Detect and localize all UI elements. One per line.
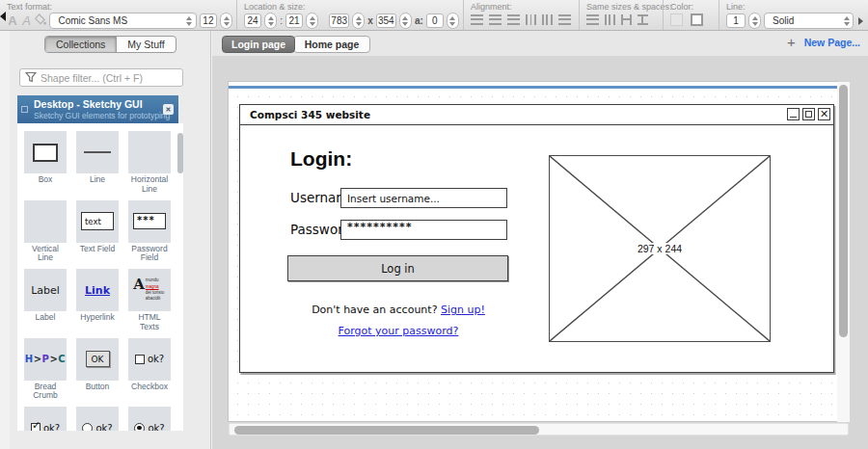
- font-size-stepper[interactable]: [220, 13, 232, 29]
- shape-line[interactable]: Line: [76, 131, 119, 195]
- collection-header[interactable]: Desktop - Sketchy GUI Sketchy GUI elemen…: [17, 95, 178, 123]
- collection-title: Desktop - Sketchy GUI: [34, 98, 143, 110]
- wireframe-signup-row[interactable]: Don't have an account? Sign up!: [279, 304, 518, 316]
- shape-radio-button[interactable]: ok? Radio button: [76, 407, 119, 431]
- size-separator: x: [367, 15, 373, 26]
- align-center-icon[interactable]: [489, 14, 502, 25]
- align-bottom-icon[interactable]: [558, 14, 571, 25]
- shape-filter-box[interactable]: [19, 68, 183, 87]
- tab-my-stuff[interactable]: My Stuff: [117, 37, 175, 52]
- shape-password-field[interactable]: *** Password Field: [128, 200, 171, 264]
- location-y-field[interactable]: 21: [285, 13, 303, 28]
- sidebar-scrollbar-thumb[interactable]: [177, 133, 183, 173]
- font-family-stepper-icon[interactable]: [183, 13, 196, 28]
- same-vspacing-icon[interactable]: [637, 14, 648, 25]
- shape-vertical-line[interactable]: Vertical Line: [24, 200, 67, 264]
- shape-box[interactable]: Box: [24, 131, 67, 195]
- line-width-stepper[interactable]: [748, 13, 761, 29]
- wireframe-username-field[interactable]: Insert username...: [340, 188, 507, 208]
- font-family-select[interactable]: Comic Sans MS: [49, 13, 196, 29]
- button-shape-icon: OK: [86, 351, 110, 367]
- same-height-icon[interactable]: [605, 14, 615, 25]
- sidebar-tabs: Collections My Stuff: [44, 36, 176, 53]
- signup-prompt-text: Don't have an account?: [312, 304, 437, 316]
- size-width-stepper[interactable]: [352, 13, 365, 29]
- line-style-select[interactable]: Solid: [764, 13, 854, 29]
- close-icon[interactable]: ✕: [818, 108, 830, 120]
- canvas-viewport[interactable]: Compsci 345 website ✕ Login: Username: I…: [212, 56, 868, 449]
- shape-checked-checkbox[interactable]: ok? Checked: [24, 407, 67, 431]
- text-format-label: Text format:: [0, 2, 236, 12]
- font-size-field[interactable]: 12: [200, 13, 217, 28]
- collection-close-icon[interactable]: ✕: [163, 104, 174, 115]
- fill-format-icon[interactable]: [35, 13, 46, 29]
- align-middle-icon[interactable]: [542, 14, 553, 25]
- tab-home-page[interactable]: Home page: [293, 36, 370, 53]
- tab-login-page[interactable]: Login page: [222, 36, 295, 53]
- angle-stepper[interactable]: [447, 13, 459, 29]
- fill-color-swatch[interactable]: [670, 13, 683, 26]
- same-width-icon[interactable]: [586, 14, 599, 25]
- checkbox-shape-icon: ok?: [135, 354, 164, 364]
- wireframe-image-placeholder[interactable]: 297 x 244: [549, 155, 771, 342]
- vertical-scrollbar-thumb[interactable]: [839, 85, 848, 337]
- shape-bread-crumb[interactable]: H>P>C Bread Crumb: [24, 338, 67, 402]
- wireframe-login-button[interactable]: Log in: [287, 255, 508, 281]
- toolbar-overflow-arrow-icon[interactable]: [858, 17, 863, 25]
- selected-radio-icon: ok?: [134, 423, 164, 431]
- forgot-password-link[interactable]: Forgot your password?: [339, 325, 459, 337]
- coord-separator: :: [280, 15, 283, 26]
- collection-collapse-icon[interactable]: [21, 106, 28, 113]
- shape-text-field[interactable]: text Text Field: [76, 200, 119, 264]
- shape-horizontal-line[interactable]: Horizontal Line: [128, 131, 171, 195]
- wireframe-forgot-row[interactable]: Forgot your password?: [279, 325, 518, 337]
- wireframe-window-titlebar[interactable]: Compsci 345 website: [240, 105, 833, 125]
- tab-collections[interactable]: Collections: [45, 37, 117, 52]
- shapes-panel: Box Line Horizontal Line Vertical Line t…: [17, 123, 183, 431]
- shape-html-texts[interactable]: A mundu magna dei tonsto abacidit HTML T…: [128, 269, 171, 332]
- shape-hyperlink[interactable]: Link Hyperlink: [76, 269, 119, 332]
- minimize-icon[interactable]: [787, 108, 800, 120]
- text-field-icon: text: [81, 212, 114, 230]
- line-width-field[interactable]: 1: [726, 13, 746, 28]
- same-sizes-label: Same sizes & spaces:: [580, 2, 663, 12]
- toolbar-section-line: Line: 1 Solid: [719, 0, 868, 30]
- size-width-field[interactable]: 783: [329, 13, 349, 28]
- same-hspacing-icon[interactable]: [621, 14, 632, 25]
- maximize-icon[interactable]: [802, 108, 815, 120]
- wireframe-window-title: Compsci 345 website: [250, 109, 370, 120]
- toolbar: Text format: A A Comic Sans MS 12 Locati…: [0, 0, 868, 31]
- size-height-field[interactable]: 354: [376, 13, 396, 28]
- align-left-icon[interactable]: [471, 14, 483, 25]
- shape-button[interactable]: OK Button: [76, 338, 119, 402]
- italic-icon[interactable]: A: [21, 13, 33, 29]
- font-style-icon[interactable]: A: [7, 13, 18, 29]
- signup-link[interactable]: Sign up!: [441, 304, 485, 316]
- line-label: Line:: [719, 2, 868, 12]
- bread-crumb-icon: H>P>C: [25, 354, 66, 364]
- align-top-icon[interactable]: [526, 14, 536, 25]
- line-style-stepper-icon[interactable]: [840, 13, 853, 28]
- location-y-stepper[interactable]: [306, 13, 318, 29]
- shape-selected-radio[interactable]: ok? Selected: [128, 407, 171, 431]
- wireframe-window[interactable]: Compsci 345 website ✕ Login: Username: I…: [239, 104, 834, 373]
- vertical-scrollbar[interactable]: [837, 82, 850, 422]
- new-page-button[interactable]: + New Page...: [787, 35, 860, 49]
- align-right-icon[interactable]: [507, 14, 520, 25]
- shape-label[interactable]: Label Label: [24, 269, 67, 332]
- shape-filter-input[interactable]: [41, 72, 166, 84]
- angle-field[interactable]: 0: [426, 13, 444, 28]
- location-x-field[interactable]: 24: [244, 13, 261, 28]
- page-canvas[interactable]: Compsci 345 website ✕ Login: Username: I…: [229, 82, 837, 421]
- horizontal-scrollbar[interactable]: [229, 423, 849, 436]
- checked-checkbox-icon: ok?: [31, 423, 60, 431]
- wireframe-password-field[interactable]: **********: [340, 220, 507, 240]
- size-height-stepper[interactable]: [399, 13, 412, 29]
- shape-checkbox[interactable]: ok? Checkbox: [128, 338, 171, 402]
- location-size-label: Location & size:: [237, 2, 463, 12]
- horizontal-scrollbar-thumb[interactable]: [234, 426, 539, 435]
- wireframe-login-heading[interactable]: Login:: [290, 147, 352, 171]
- label-shape-icon: Label: [31, 284, 60, 297]
- location-x-stepper[interactable]: [264, 13, 277, 29]
- stroke-color-swatch[interactable]: [691, 13, 703, 26]
